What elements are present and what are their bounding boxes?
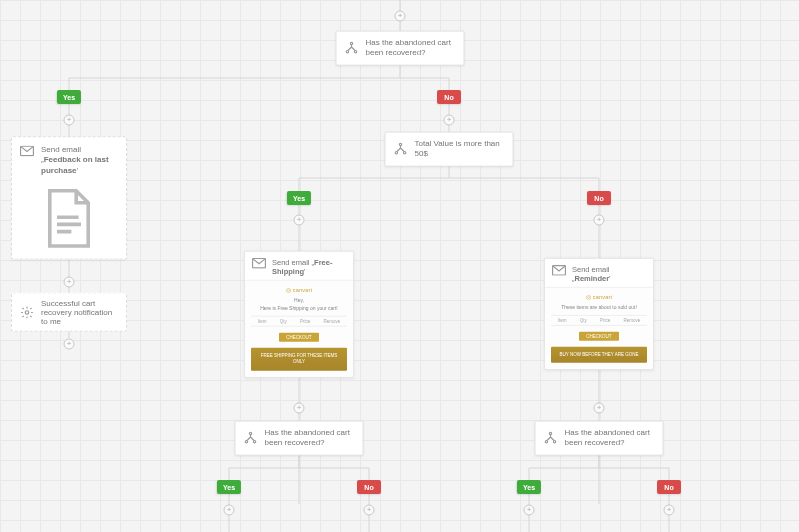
gear-icon (20, 305, 34, 319)
split-icon (394, 142, 408, 156)
add-step[interactable] (594, 403, 605, 414)
svg-point-41 (549, 433, 551, 435)
flow-connectors (0, 0, 799, 532)
svg-point-34 (395, 152, 397, 154)
svg-point-35 (403, 152, 405, 154)
svg-point-26 (346, 51, 348, 53)
decision-label: Has the abandoned cart been recovered? (265, 428, 355, 449)
action-label: Send email „Reminder' (572, 265, 646, 283)
add-step[interactable] (364, 505, 375, 516)
branch-no[interactable]: No (587, 191, 611, 205)
add-step[interactable] (594, 215, 605, 226)
add-step[interactable] (294, 403, 305, 414)
branch-yes[interactable]: Yes (57, 90, 81, 104)
document-icon (45, 189, 93, 249)
add-step[interactable] (64, 339, 75, 350)
branch-yes[interactable]: Yes (217, 480, 241, 494)
branch-no[interactable]: No (357, 480, 381, 494)
action-label: Successful cart recovery notification to… (41, 299, 118, 326)
branch-no[interactable]: No (437, 90, 461, 104)
action-send-email-free-shipping[interactable]: Send email „Free-Shipping' ◎ canvart Hey… (244, 251, 354, 378)
branch-yes[interactable]: Yes (287, 191, 311, 205)
email-preview: ◎ canvart These items are about to sold … (545, 287, 653, 369)
decision-label: Total Value is more than 50$ (415, 139, 505, 160)
svg-point-38 (249, 433, 251, 435)
svg-point-32 (25, 310, 29, 314)
svg-point-27 (354, 51, 356, 53)
mail-icon (20, 145, 34, 156)
action-send-email-feedback[interactable]: Send email „Feedback on last purchase' (11, 136, 127, 259)
decision-cart-recovered-left[interactable]: Has the abandoned cart been recovered? (235, 421, 364, 456)
action-internal-notification[interactable]: Successful cart recovery notification to… (11, 293, 127, 332)
decision-cart-recovered-top[interactable]: Has the abandoned cart been recovered? (336, 31, 465, 66)
add-step-top[interactable] (395, 11, 406, 22)
add-step[interactable] (64, 277, 75, 288)
split-icon (544, 431, 558, 445)
add-step[interactable] (444, 115, 455, 126)
decision-total-value[interactable]: Total Value is more than 50$ (385, 132, 514, 167)
svg-point-39 (245, 441, 247, 443)
split-icon (244, 431, 258, 445)
svg-point-43 (553, 441, 555, 443)
add-step[interactable] (524, 505, 535, 516)
decision-label: Has the abandoned cart been recovered? (366, 38, 456, 59)
action-send-email-reminder[interactable]: Send email „Reminder' ◎ canvart These it… (544, 258, 654, 370)
branch-no[interactable]: No (657, 480, 681, 494)
svg-point-33 (399, 144, 401, 146)
add-step[interactable] (224, 505, 235, 516)
split-icon (345, 41, 359, 55)
document-preview (20, 183, 118, 251)
email-preview: ◎ canvart Hey, Here is Free Shipping on … (245, 280, 353, 377)
mail-icon (252, 258, 266, 269)
action-label: Send email „Free-Shipping' (272, 258, 346, 276)
decision-label: Has the abandoned cart been recovered? (565, 428, 655, 449)
add-step[interactable] (294, 215, 305, 226)
decision-cart-recovered-right[interactable]: Has the abandoned cart been recovered? (535, 421, 664, 456)
mail-icon (552, 265, 566, 276)
action-label: Send email „Feedback on last purchase' (41, 145, 118, 176)
svg-point-25 (350, 43, 352, 45)
branch-yes[interactable]: Yes (517, 480, 541, 494)
add-step[interactable] (64, 115, 75, 126)
svg-point-40 (253, 441, 255, 443)
svg-point-42 (545, 441, 547, 443)
add-step[interactable] (664, 505, 675, 516)
